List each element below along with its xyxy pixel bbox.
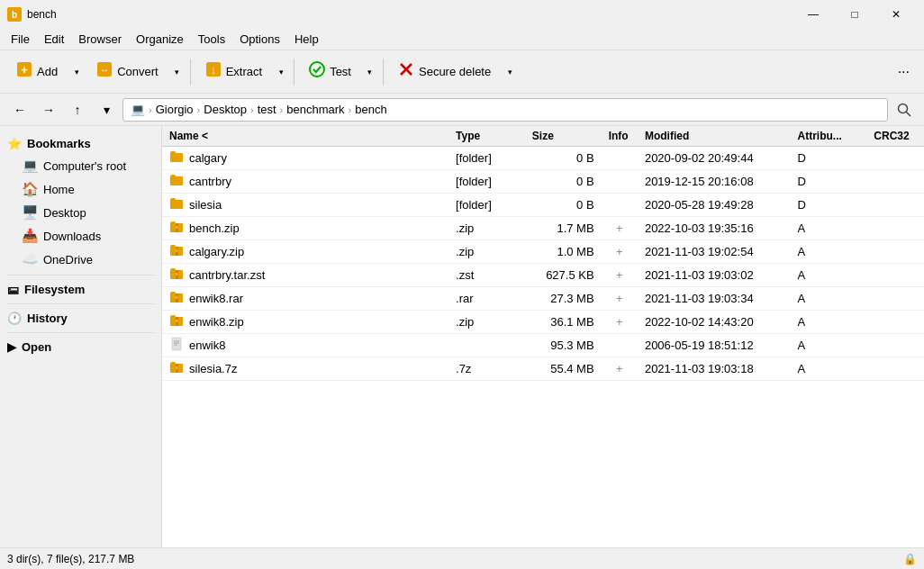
table-row[interactable]: cantrbry[folder]0 B2019-12-15 20:16:08D	[162, 170, 924, 194]
sidebar-sep-3	[7, 332, 154, 333]
col-header-type[interactable]: Type	[448, 126, 525, 147]
onedrive-icon: ☁️	[22, 251, 38, 267]
file-type: [folder]	[448, 147, 525, 170]
secure-delete-button[interactable]: Secure delete	[389, 56, 499, 88]
bookmarks-header[interactable]: ⭐ Bookmarks	[0, 133, 161, 154]
breadcrumb-bench[interactable]: bench	[353, 103, 388, 116]
test-button[interactable]: Test	[300, 56, 359, 88]
secure-delete-dropdown[interactable]: ▾	[503, 56, 517, 88]
file-name-cell: ≡silesia.7z	[162, 357, 448, 381]
file-name-cell: ≡bench.zip	[162, 217, 448, 240]
up-button[interactable]: ↑	[65, 97, 90, 122]
computer-icon: 💻	[131, 103, 145, 116]
test-label: Test	[330, 65, 351, 78]
file-crc	[866, 334, 924, 357]
convert-button[interactable]: ↔ Convert	[87, 56, 167, 88]
table-row[interactable]: ≡silesia.7z.7z55.4 MB+2021-11-03 19:03:1…	[162, 357, 924, 381]
file-attrib: A	[791, 334, 867, 357]
breadcrumb-bar[interactable]: 💻 › Giorgio › Desktop › test › benchmark…	[122, 98, 888, 122]
file-size: 95.3 MB	[525, 334, 602, 357]
breadcrumb-benchmark-label: benchmark	[286, 103, 344, 116]
file-size: 627.5 KB	[525, 264, 602, 287]
sidebar-item-downloads[interactable]: 📥 Downloads	[0, 224, 161, 248]
menu-item-edit[interactable]: Edit	[37, 31, 71, 48]
file-type: .rar	[448, 287, 525, 311]
sidebar-item-desktop[interactable]: 🖥️ Desktop	[0, 201, 161, 224]
extract-dropdown[interactable]: ▾	[274, 56, 288, 88]
extract-button[interactable]: ↓ Extract	[196, 56, 270, 88]
close-button[interactable]: ✕	[875, 0, 917, 29]
file-icon	[169, 149, 184, 167]
sidebar-item-desktop-label: Desktop	[43, 206, 86, 220]
svg-text:≡: ≡	[176, 365, 178, 370]
menu-item-options[interactable]: Options	[232, 31, 287, 48]
file-tbody: calgary[folder]0 B2020-09-02 20:49:44Dca…	[162, 147, 924, 381]
file-name-cell: ≡enwik8.rar	[162, 287, 448, 311]
file-modified: 2020-05-28 19:49:28	[638, 194, 791, 217]
breadcrumb-test[interactable]: test	[256, 103, 278, 116]
minimize-button[interactable]: —	[793, 0, 834, 29]
dropdown-history-button[interactable]: ▾	[94, 97, 119, 122]
breadcrumb-desktop-label: Desktop	[204, 103, 247, 116]
history-header[interactable]: 🕐 History	[0, 308, 161, 329]
sidebar-item-computer[interactable]: 💻 Computer's root	[0, 154, 161, 177]
file-icon: ≡	[169, 243, 184, 260]
menu-item-file[interactable]: File	[4, 31, 37, 48]
file-attrib: A	[791, 311, 867, 334]
col-header-modified[interactable]: Modified	[638, 126, 791, 147]
file-name: silesia.7z	[189, 362, 237, 375]
menu-item-help[interactable]: Help	[287, 31, 326, 48]
filesystem-section: 🖴 Filesystem	[0, 279, 161, 300]
table-row[interactable]: silesia[folder]0 B2020-05-28 19:49:28D	[162, 194, 924, 217]
menu-item-organize[interactable]: Organize	[129, 31, 191, 48]
toolbar-divider-1	[190, 59, 191, 86]
filesystem-header[interactable]: 🖴 Filesystem	[0, 279, 161, 300]
file-info: +	[602, 311, 638, 334]
breadcrumb-giorgio[interactable]: Giorgio	[154, 103, 195, 116]
maximize-button[interactable]: □	[834, 0, 875, 29]
file-type: .zip	[448, 240, 525, 264]
menu-item-browser[interactable]: Browser	[71, 31, 129, 48]
menu-item-tools[interactable]: Tools	[191, 31, 232, 48]
svg-text:+: +	[21, 63, 28, 77]
col-header-crc[interactable]: CRC32	[866, 126, 924, 147]
convert-dropdown[interactable]: ▾	[170, 56, 185, 88]
table-row[interactable]: enwik895.3 MB2006-05-19 18:51:12A	[162, 334, 924, 357]
table-row[interactable]: ≡enwik8.zip.zip36.1 MB+2022-10-02 14:43:…	[162, 311, 924, 334]
test-dropdown[interactable]: ▾	[363, 56, 377, 88]
file-crc	[866, 194, 924, 217]
table-row[interactable]: ≡calgary.zip.zip1.0 MB+2021-11-03 19:02:…	[162, 240, 924, 264]
search-button[interactable]	[892, 97, 917, 122]
file-modified: 2022-10-03 19:35:16	[638, 217, 791, 240]
file-crc	[866, 217, 924, 240]
breadcrumb-computer[interactable]: 💻	[129, 103, 147, 116]
file-attrib: A	[791, 357, 867, 381]
forward-button[interactable]: →	[36, 97, 61, 122]
table-row[interactable]: ≡bench.zip.zip1.7 MB+2022-10-03 19:35:16…	[162, 217, 924, 240]
filelist[interactable]: Name < Type Size Info Modified Attribu..…	[162, 126, 924, 547]
file-size: 1.0 MB	[525, 240, 602, 264]
sidebar-item-onedrive[interactable]: ☁️ OneDrive	[0, 248, 161, 271]
col-header-name[interactable]: Name <	[162, 126, 448, 147]
window-title: bench	[27, 8, 793, 21]
col-header-info[interactable]: Info	[602, 126, 638, 147]
sidebar-item-home[interactable]: 🏠 Home	[0, 177, 161, 201]
col-header-attrib[interactable]: Attribu...	[791, 126, 867, 147]
add-button[interactable]: + Add	[7, 56, 66, 88]
file-icon: ≡	[169, 220, 184, 237]
back-button[interactable]: ←	[7, 97, 32, 122]
table-row[interactable]: calgary[folder]0 B2020-09-02 20:49:44D	[162, 147, 924, 170]
table-row[interactable]: ≡cantrbry.tar.zst.zst627.5 KB+2021-11-03…	[162, 264, 924, 287]
breadcrumb-benchmark[interactable]: benchmark	[285, 103, 346, 116]
file-crc	[866, 311, 924, 334]
toolbar-more-button[interactable]: ···	[891, 60, 917, 84]
file-crc	[866, 240, 924, 264]
add-dropdown[interactable]: ▾	[69, 56, 84, 88]
open-header[interactable]: ▶ Open	[0, 337, 161, 357]
col-header-size[interactable]: Size	[525, 126, 602, 147]
bookmarks-icon: ⭐	[7, 137, 22, 150]
table-row[interactable]: ≡enwik8.rar.rar27.3 MB+2021-11-03 19:03:…	[162, 287, 924, 311]
svg-line-12	[906, 112, 910, 116]
file-size: 1.7 MB	[525, 217, 602, 240]
breadcrumb-desktop[interactable]: Desktop	[202, 103, 249, 116]
